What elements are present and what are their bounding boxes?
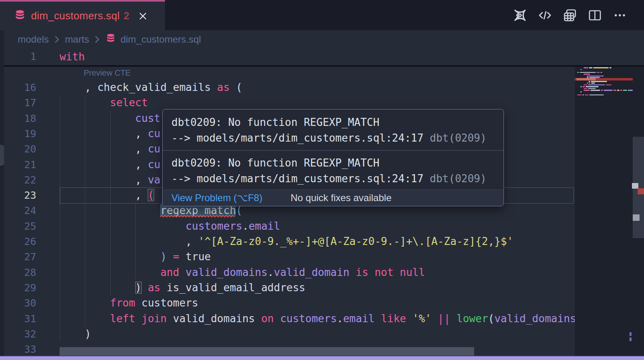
minimap-line — [586, 86, 599, 87]
token: select — [110, 97, 148, 109]
code-line[interactable]: ) as is_valid_email_address — [60, 280, 305, 296]
code-line[interactable]: ) — [60, 326, 91, 342]
line-number[interactable]: 17 — [0, 95, 36, 111]
token: true — [179, 251, 211, 263]
code-line[interactable]: left join valid_domains on customers.ema… — [60, 311, 576, 327]
token: email — [249, 220, 280, 232]
vertical-scrollbar[interactable] — [633, 48, 644, 360]
horizontal-scrollbar[interactable] — [60, 347, 474, 356]
token: customers — [280, 313, 337, 325]
token: as — [217, 81, 229, 93]
minimap-line — [589, 95, 604, 96]
token — [450, 313, 457, 325]
token: valid_domains — [494, 313, 576, 325]
code-line[interactable]: with — [60, 48, 85, 65]
code-line[interactable]: and valid_domains.valid_domain is not nu… — [60, 265, 425, 280]
line-number[interactable]: 18 — [0, 111, 36, 126]
line-number[interactable]: 29 — [0, 280, 36, 296]
code-preview-icon[interactable] — [538, 8, 552, 23]
token — [60, 266, 160, 278]
line-number[interactable]: 1 — [0, 48, 36, 65]
line-number[interactable]: 28 — [0, 265, 36, 280]
code-line[interactable]: , '^[A-Za-z0-9._%+-]+@[A-Za-z0-9.-]+\.[A… — [60, 234, 513, 249]
editor-actions — [513, 0, 627, 30]
token: customers — [135, 297, 198, 309]
breadcrumb-file[interactable]: dim_customers.sql — [120, 34, 201, 45]
view-problem-link[interactable]: View Problem (⌥F8) — [171, 192, 262, 204]
line-number[interactable]: 31 — [0, 311, 36, 327]
token: is not null — [356, 266, 425, 278]
breadcrumb-marts[interactable]: marts — [65, 34, 89, 45]
no-quick-fixes-label: No quick fixes available — [291, 192, 392, 204]
code-line[interactable]: , check_valid_emails as ( — [60, 80, 242, 95]
database-file-icon — [14, 10, 25, 22]
code-line[interactable]: , ( — [60, 187, 154, 203]
code-line[interactable]: cust — [60, 111, 160, 126]
token — [179, 266, 186, 278]
code-line[interactable]: , cu — [60, 126, 160, 142]
editor-window: dim_customers.sql 2 — [0, 0, 644, 360]
line-number[interactable]: 22 — [0, 172, 36, 188]
dbt-icon[interactable] — [513, 8, 527, 23]
code-line[interactable]: , cu — [60, 141, 160, 157]
code-editor[interactable]: Preview CTE 16 , check_valid_emails as (… — [0, 48, 644, 360]
overview-modified-mark — [630, 332, 632, 336]
split-editor-icon[interactable] — [588, 8, 602, 23]
code-line[interactable]: from customers — [60, 295, 198, 311]
line-number[interactable]: 24 — [0, 203, 36, 218]
minimap-line — [597, 72, 600, 73]
hover-status-bar: View Problem (⌥F8) No quick fixes availa… — [163, 190, 504, 206]
line-number[interactable]: 25 — [0, 218, 36, 234]
minimap-line — [617, 90, 619, 91]
tab-dim-customers[interactable]: dim_customers.sql 2 — [0, 0, 165, 30]
line-number[interactable]: 20 — [0, 141, 36, 157]
window-bottom-accent — [0, 356, 644, 360]
code-line[interactable]: select — [60, 95, 148, 111]
diagnostic-title: dbt0209: No function REGEXP_MATCH — [171, 155, 504, 171]
token — [60, 204, 160, 216]
sticky-scroll-line[interactable]: 1 with — [0, 48, 644, 67]
token: , — [60, 158, 148, 171]
token: ) — [135, 282, 142, 294]
token: valid_domains — [167, 313, 261, 325]
line-number[interactable]: 16 — [0, 80, 36, 95]
line-number[interactable]: 21 — [0, 157, 36, 173]
tab-problem-badge: 2 — [124, 10, 129, 22]
line-number[interactable]: 33 — [0, 341, 36, 357]
more-actions-icon[interactable] — [613, 8, 627, 23]
minimap-line — [580, 86, 582, 87]
minimap-line — [590, 90, 600, 91]
code-line[interactable]: , va — [60, 172, 160, 188]
overview-mark — [633, 214, 640, 221]
line-number[interactable]: 26 — [0, 234, 36, 249]
codelens-preview-cte[interactable]: Preview CTE — [84, 68, 131, 78]
token: va — [148, 174, 160, 186]
line-number[interactable]: 19 — [0, 126, 36, 142]
token: , — [60, 174, 148, 186]
line-number[interactable]: 23 — [0, 187, 36, 203]
code-line[interactable]: , cu — [60, 157, 160, 173]
minimap-line — [606, 84, 611, 86]
token — [60, 297, 110, 309]
chevron-right-icon — [94, 35, 100, 44]
panel-edge — [0, 30, 4, 356]
minimap-line — [613, 90, 616, 91]
line-number[interactable]: 27 — [0, 249, 36, 265]
token — [274, 313, 280, 325]
minimap-line — [584, 67, 588, 68]
token: , check_valid_emails — [60, 81, 217, 93]
line-number[interactable]: 30 — [0, 295, 36, 311]
overview-modified-mark — [630, 337, 632, 341]
code-line[interactable]: ) = true — [60, 249, 211, 265]
query-results-icon[interactable] — [563, 8, 577, 23]
minimap[interactable] — [575, 48, 644, 360]
diagnostics-hover-popup: dbt0209: No function REGEXP_MATCH --> mo… — [162, 109, 504, 206]
breadcrumb: models marts dim_customers.sql — [0, 30, 644, 48]
token: email — [343, 313, 374, 325]
close-icon[interactable] — [138, 11, 148, 21]
diagnostic-message: dbt0209: No function REGEXP_MATCH --> mo… — [163, 151, 504, 189]
line-number[interactable]: 32 — [0, 326, 36, 342]
code-line[interactable]: customers.email — [60, 218, 280, 234]
overview-error-mark — [638, 188, 644, 194]
breadcrumb-models[interactable]: models — [18, 34, 49, 45]
